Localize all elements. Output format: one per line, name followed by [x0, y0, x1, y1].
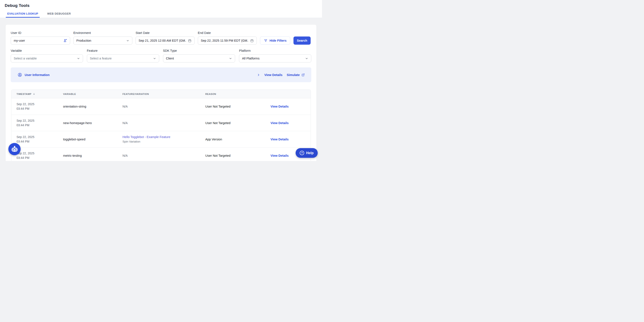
cell-timestamp: Sep 22, 2025 03:44 PM: [16, 119, 63, 128]
external-link-icon: [302, 73, 305, 77]
hide-filters-button[interactable]: Hide Filters: [260, 37, 290, 45]
help-label: Help: [306, 151, 314, 155]
end-date-label: End Date: [198, 31, 257, 35]
top-header: Debug Tools EVALUATION LOOKUP WEB DEBUGG…: [0, 0, 322, 18]
feature-group: Feature Select a feature: [87, 49, 159, 63]
page-title: Debug Tools: [5, 3, 30, 8]
search-button[interactable]: Search: [294, 37, 311, 45]
cell-timestamp: Sep 22, 2025 03:44 PM: [16, 151, 63, 160]
person-add-icon[interactable]: [63, 39, 68, 43]
row-view-details-link[interactable]: View Details: [270, 121, 311, 125]
togglebot-fab-button[interactable]: [8, 143, 20, 155]
simulate-link[interactable]: Simulate: [287, 73, 305, 77]
cell-reason: User Not Targeted: [205, 154, 270, 157]
cell-feature-name: N/A: [122, 104, 205, 109]
table-body: Sep 22, 2025 03:44 PM orientation-string…: [11, 98, 311, 161]
platform-group: Platform All Platforms: [239, 49, 311, 63]
view-details-link[interactable]: View Details: [264, 73, 282, 77]
platform-label: Platform: [239, 49, 311, 52]
start-date-label: Start Date: [136, 31, 194, 35]
user-information-bar: User Information View Details Simulate: [11, 67, 311, 82]
column-header-variable[interactable]: VARIABLE: [63, 93, 122, 95]
row-view-details-link[interactable]: View Details: [270, 105, 311, 108]
cell-timestamp: Sep 22, 2025 03:44 PM: [16, 135, 63, 144]
cell-feature-variation: N/A: [122, 153, 205, 158]
table-header-row: TIMESTAMP VARIABLE FEATURE/VARIATION REA…: [11, 90, 311, 98]
column-header-timestamp[interactable]: TIMESTAMP: [16, 93, 63, 95]
table-row: Sep 22, 2025 03:44 PM new-homepage-hero …: [11, 115, 311, 131]
cell-reason: User Not Targeted: [205, 121, 270, 125]
variable-select[interactable]: Select a variable: [11, 54, 83, 63]
cell-variable: new-homepage-hero: [63, 121, 122, 125]
chevron-down-icon: [126, 39, 129, 42]
filter-row-2: Variable Select a variable Feature Selec…: [11, 49, 311, 63]
cell-variation: Spin Variation: [122, 140, 205, 144]
end-date-group: End Date Sep 22, 2025 11:59 PM EDT (GM..…: [198, 31, 257, 45]
user-id-input[interactable]: [11, 37, 70, 45]
sdk-type-group: SDK Type Client: [163, 49, 235, 63]
chevron-down-icon: [229, 57, 232, 60]
sdk-type-label: SDK Type: [163, 49, 235, 52]
results-table: TIMESTAMP VARIABLE FEATURE/VARIATION REA…: [11, 90, 311, 161]
row-view-details-link[interactable]: View Details: [270, 138, 311, 141]
cell-feature-name: N/A: [122, 153, 205, 158]
column-header-reason[interactable]: REASON: [205, 93, 270, 95]
cell-feature-variation: N/A: [122, 121, 205, 125]
table-row: Sep 22, 2025 03:44 PM togglebot-speed He…: [11, 131, 311, 147]
calendar-icon: [188, 39, 192, 43]
environment-group: Environment Production: [73, 31, 132, 45]
chevron-down-icon: [153, 57, 156, 60]
user-id-label: User ID: [11, 31, 70, 35]
platform-select[interactable]: All Platforms: [239, 54, 311, 63]
sdk-type-select[interactable]: Client: [163, 54, 235, 63]
cell-reason: User Not Targeted: [205, 105, 270, 108]
user-circle-icon: [18, 73, 22, 77]
cell-feature-name: Hello Togglebot - Example Feature: [122, 135, 205, 139]
variable-label: Variable: [11, 49, 83, 52]
cell-variable: togglebot-speed: [63, 138, 122, 141]
start-date-input[interactable]: Sep 21, 2025 12:00 AM EDT (GM...: [136, 37, 194, 45]
variable-group: Variable Select a variable: [11, 49, 83, 63]
cell-feature-name: N/A: [122, 121, 205, 125]
filters-card: User ID Environment P: [6, 25, 316, 161]
end-date-input[interactable]: Sep 22, 2025 11:59 PM EDT (GM...: [198, 37, 257, 45]
user-information-header[interactable]: User Information: [18, 73, 50, 77]
funnel-icon: [264, 39, 268, 43]
calendar-icon: [250, 39, 254, 43]
sort-arrow-down-icon: [32, 93, 36, 95]
feature-select[interactable]: Select a feature: [87, 54, 159, 63]
cell-feature-variation: N/A: [122, 104, 205, 109]
tab-evaluation-lookup[interactable]: EVALUATION LOOKUP: [6, 12, 40, 18]
filter-row-1: User ID Environment P: [11, 31, 311, 45]
table-row: Sep 22, 2025 03:44 PM orientation-string…: [11, 98, 311, 115]
cell-variable: metric-testing: [63, 154, 122, 157]
table-row: Sep 22, 2025 03:44 PM metric-testing N/A…: [11, 147, 311, 161]
environment-label: Environment: [73, 31, 132, 35]
cell-reason: App Version: [205, 138, 270, 141]
chevron-down-icon: [77, 57, 80, 60]
feature-label: Feature: [87, 49, 159, 52]
cell-variable: orientation-string: [63, 105, 122, 108]
chevron-down-icon: [305, 57, 308, 60]
start-date-group: Start Date Sep 21, 2025 12:00 AM EDT (GM…: [136, 31, 194, 45]
question-circle-icon: ?: [300, 151, 304, 155]
cell-feature-variation: Hello Togglebot - Example Feature Spin V…: [122, 135, 205, 144]
user-id-group: User ID: [11, 31, 70, 45]
chevron-right-icon[interactable]: [257, 73, 260, 76]
environment-select[interactable]: Production: [73, 37, 132, 45]
column-header-feature-variation[interactable]: FEATURE/VARIATION: [122, 93, 205, 95]
tab-web-debugger[interactable]: WEB DEBUGGER: [46, 12, 72, 18]
togglebot-icon: [11, 145, 18, 153]
user-information-title: User Information: [25, 73, 50, 77]
tab-bar: EVALUATION LOOKUP WEB DEBUGGER: [6, 12, 78, 18]
help-button[interactable]: ? Help: [296, 148, 318, 158]
cell-timestamp: Sep 22, 2025 03:44 PM: [16, 102, 63, 111]
